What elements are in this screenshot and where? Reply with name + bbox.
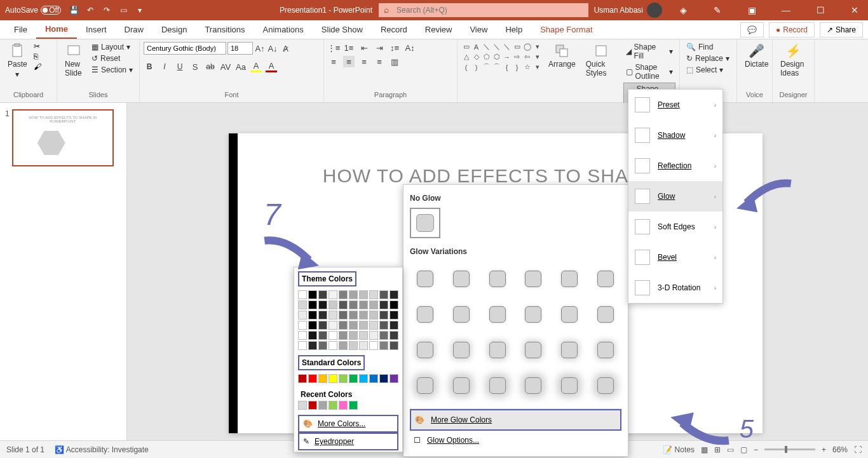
underline-button[interactable]: U — [174, 61, 186, 72]
color-swatch[interactable] — [308, 341, 317, 350]
glow-variation[interactable] — [411, 372, 439, 400]
highlight-button[interactable]: A — [250, 61, 262, 72]
color-swatch[interactable] — [308, 374, 317, 383]
arrange-button[interactable]: Arrange — [545, 42, 580, 70]
glow-variation[interactable] — [555, 300, 583, 328]
layout-button[interactable]: ▦ Layout ▾ — [89, 42, 135, 52]
color-swatch[interactable] — [390, 290, 398, 299]
zoom-level[interactable]: 66% — [832, 445, 848, 454]
autosave-toggle[interactable]: AutoSave Off — [5, 6, 61, 15]
color-swatch[interactable] — [390, 341, 398, 350]
no-glow-option[interactable] — [410, 208, 440, 238]
more-glow-colors[interactable]: 🎨More Glow Colors — [410, 409, 621, 431]
tab-insert[interactable]: Insert — [77, 21, 116, 38]
tab-shape-format[interactable]: Shape Format — [531, 21, 601, 38]
color-swatch[interactable] — [308, 290, 317, 299]
color-swatch[interactable] — [390, 311, 398, 320]
color-swatch[interactable] — [329, 341, 337, 350]
color-swatch[interactable] — [369, 311, 378, 320]
color-swatch[interactable] — [369, 374, 378, 383]
color-swatch[interactable] — [318, 321, 327, 330]
color-swatch[interactable] — [359, 321, 368, 330]
color-swatch[interactable] — [349, 321, 358, 330]
share-button[interactable]: ↗ Share — [820, 22, 863, 37]
columns-button[interactable]: ▥ — [389, 56, 400, 67]
coming-soon-icon[interactable]: ✎ — [704, 0, 731, 20]
color-swatch[interactable] — [298, 331, 307, 340]
new-slide-button[interactable]: New Slide — [61, 42, 86, 79]
tab-home[interactable]: Home — [36, 20, 77, 39]
color-swatch[interactable] — [379, 374, 388, 383]
color-swatch[interactable] — [318, 300, 327, 309]
color-swatch[interactable] — [339, 374, 348, 383]
design-ideas-button[interactable]: ⚡Design Ideas — [776, 42, 810, 79]
color-swatch[interactable] — [329, 290, 337, 299]
bullets-button[interactable]: ⋮≡ — [328, 42, 339, 53]
effect-glow[interactable]: Glow› — [628, 181, 722, 212]
color-swatch[interactable] — [298, 290, 307, 299]
glow-variation[interactable] — [411, 265, 439, 293]
color-swatch[interactable] — [318, 290, 327, 299]
spacing-button[interactable]: AV — [220, 61, 231, 72]
glow-variation[interactable] — [555, 372, 583, 400]
color-swatch[interactable] — [339, 300, 348, 309]
undo-icon[interactable]: ↶ — [85, 5, 95, 15]
glow-variation[interactable] — [484, 372, 512, 400]
color-swatch[interactable] — [390, 331, 398, 340]
color-swatch[interactable] — [329, 331, 337, 340]
color-swatch[interactable] — [379, 321, 388, 330]
color-swatch[interactable] — [318, 401, 327, 410]
toggle-switch[interactable]: Off — [41, 6, 61, 15]
color-swatch[interactable] — [379, 311, 388, 320]
color-swatch[interactable] — [369, 300, 378, 309]
color-swatch[interactable] — [369, 290, 378, 299]
color-swatch[interactable] — [390, 374, 398, 383]
case-button[interactable]: Aa — [235, 61, 247, 72]
color-swatch[interactable] — [379, 331, 388, 340]
shadow-button[interactable]: S — [189, 61, 201, 72]
color-swatch[interactable] — [390, 300, 398, 309]
tab-view[interactable]: View — [461, 21, 496, 38]
color-swatch[interactable] — [318, 311, 327, 320]
glow-variation[interactable] — [519, 300, 547, 328]
align-right-button[interactable]: ≡ — [358, 56, 370, 67]
color-swatch[interactable] — [298, 341, 307, 350]
tab-transitions[interactable]: Transitions — [196, 21, 254, 38]
glow-options[interactable]: ☐Glow Options... — [410, 431, 621, 450]
color-swatch[interactable] — [390, 321, 398, 330]
glow-variation[interactable] — [592, 372, 620, 400]
effect-shadow[interactable]: Shadow› — [628, 120, 722, 151]
glow-variation[interactable] — [447, 336, 475, 364]
slide-thumbnail[interactable]: HOW TO ADD EFFECTS TO SHAPE IN POWERPOIN… — [12, 109, 114, 166]
effect-soft-edges[interactable]: Soft Edges› — [628, 212, 722, 242]
shapes-gallery[interactable]: ▭A＼＼＼▭◯▾ △◇⬠⬡→⇨⇦▾ ()⌒⌒{}☆▾ — [461, 42, 542, 72]
effect-3d-rotation[interactable]: 3-D Rotation› — [628, 273, 722, 303]
glow-variation[interactable] — [592, 265, 620, 293]
more-colors-button[interactable]: 🎨More Colors... — [298, 415, 398, 433]
reset-button[interactable]: ↺ Reset — [89, 53, 135, 64]
format-painter-icon[interactable]: 🖌 — [34, 62, 41, 71]
select-button[interactable]: ⬚ Select ▾ — [684, 65, 732, 75]
slideshow-icon[interactable]: ▭ — [118, 5, 128, 15]
italic-button[interactable]: I — [159, 61, 170, 72]
decrease-font-icon[interactable]: A↓ — [267, 43, 278, 54]
diamond-icon[interactable]: ◈ — [670, 0, 696, 20]
glow-variation[interactable] — [519, 265, 547, 293]
color-swatch[interactable] — [349, 331, 358, 340]
color-swatch[interactable] — [339, 331, 348, 340]
color-swatch[interactable] — [308, 300, 317, 309]
zoom-in-icon[interactable]: + — [822, 445, 826, 454]
color-swatch[interactable] — [359, 374, 368, 383]
maximize-icon[interactable]: ☐ — [807, 0, 834, 20]
record-button[interactable]: ● Record — [769, 22, 815, 37]
color-swatch[interactable] — [318, 331, 327, 340]
line-spacing-button[interactable]: ↕≡ — [389, 42, 400, 53]
tab-animations[interactable]: Animations — [254, 21, 313, 38]
color-swatch[interactable] — [359, 311, 368, 320]
search-input[interactable] — [379, 3, 588, 17]
color-swatch[interactable] — [308, 321, 317, 330]
zoom-out-icon[interactable]: − — [754, 445, 758, 454]
tab-review[interactable]: Review — [416, 21, 461, 38]
color-swatch[interactable] — [359, 290, 368, 299]
color-swatch[interactable] — [318, 374, 327, 383]
